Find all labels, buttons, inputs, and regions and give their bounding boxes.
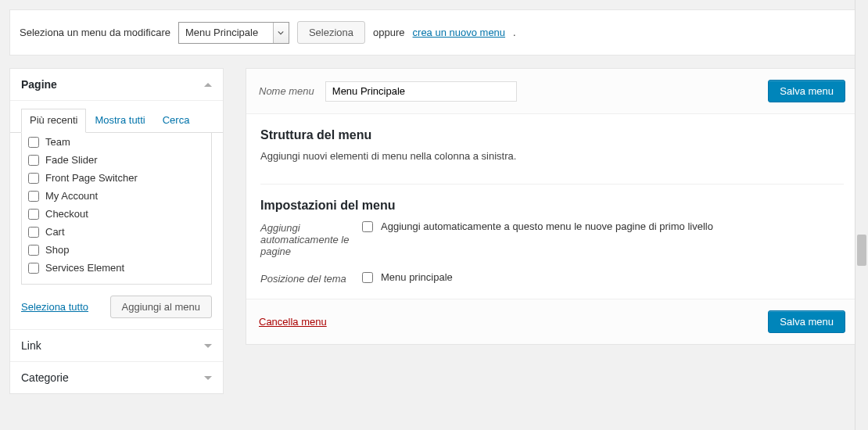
accordion-pagine-header[interactable]: Pagine	[10, 69, 223, 101]
scrollbar-thumb[interactable]	[857, 235, 866, 266]
save-menu-button-top[interactable]: Salva menu	[768, 80, 845, 102]
page-checkbox[interactable]	[28, 155, 39, 166]
list-item: Services Element	[22, 259, 211, 277]
list-item: Fade Slider	[22, 151, 211, 169]
page-checkbox[interactable]	[28, 191, 39, 202]
chevron-down-icon	[204, 344, 212, 348]
list-item: Front Page Switcher	[22, 169, 211, 187]
structure-title: Struttura del menu	[260, 128, 844, 142]
auto-add-checkbox[interactable]	[362, 221, 373, 232]
page-checkbox[interactable]	[28, 173, 39, 184]
accordion-link-header[interactable]: Link	[10, 329, 223, 361]
sidebar-accordions: Pagine Più recenti Mostra tutti Cerca Te…	[9, 68, 224, 394]
chevron-down-icon	[273, 23, 289, 43]
settings-title: Impostazioni del menu	[260, 199, 844, 213]
select-all-link[interactable]: Seleziona tutto	[21, 301, 88, 313]
page-label: Front Page Switcher	[45, 172, 138, 184]
list-item: Team	[22, 133, 211, 151]
list-item: My Account	[22, 187, 211, 205]
pagine-list[interactable]: Team Fade Slider Front Page Switcher My …	[21, 133, 212, 285]
tab-recent[interactable]: Più recenti	[21, 109, 86, 133]
add-to-menu-button[interactable]: Aggiungi al menu	[110, 296, 212, 318]
window-scrollbar[interactable]	[855, 0, 868, 430]
list-item: Cart	[22, 223, 211, 241]
location-row: Posizione del tema Menu principale	[260, 271, 844, 285]
create-new-menu-link[interactable]: crea un nuovo menu	[413, 27, 506, 38]
list-item: Checkout	[22, 205, 211, 223]
or-text: oppure	[373, 27, 404, 38]
menu-editor: Nome menu Salva menu Struttura del menu …	[246, 68, 859, 345]
dot: .	[513, 27, 516, 38]
location-checkbox[interactable]	[362, 272, 373, 283]
page-checkbox[interactable]	[28, 137, 39, 148]
accordion-pagine-title: Pagine	[21, 78, 57, 91]
page-label: Services Element	[45, 262, 124, 274]
auto-add-row: Aggiungi automaticamente le pagine Aggiu…	[260, 220, 844, 257]
structure-desc: Aggiungi nuovi elementi di menu nella co…	[260, 150, 844, 162]
accordion-categorie-header[interactable]: Categorie	[10, 361, 223, 393]
location-label: Posizione del tema	[260, 271, 362, 285]
location-option-label: Menu principale	[381, 271, 453, 283]
chevron-down-icon	[204, 376, 212, 380]
page-label: Shop	[45, 244, 69, 256]
page-label: Fade Slider	[45, 154, 97, 166]
accordion-link-title: Link	[21, 339, 41, 352]
editor-footer: Cancella menu Salva menu	[246, 299, 858, 344]
page-checkbox[interactable]	[28, 227, 39, 238]
menu-name-input[interactable]	[325, 81, 517, 102]
tab-show-all[interactable]: Mostra tutti	[86, 109, 153, 133]
page-checkbox[interactable]	[28, 245, 39, 256]
page-label: Checkout	[45, 208, 88, 220]
list-item: Shop	[22, 241, 211, 259]
page-checkbox[interactable]	[28, 263, 39, 274]
page-checkbox[interactable]	[28, 209, 39, 220]
auto-add-option-label: Aggiungi automaticamente a questo menu l…	[381, 220, 713, 232]
auto-add-label: Aggiungi automaticamente le pagine	[260, 220, 362, 257]
accordion-pagine-body: Più recenti Mostra tutti Cerca Team Fade…	[10, 101, 223, 329]
page-label: Cart	[45, 226, 65, 238]
save-menu-button-bottom[interactable]: Salva menu	[768, 310, 845, 333]
chevron-up-icon	[204, 83, 212, 87]
editor-header: Nome menu Salva menu	[246, 69, 858, 114]
delete-menu-link[interactable]: Cancella menu	[259, 316, 327, 328]
accordion-categorie-title: Categorie	[21, 371, 69, 384]
menu-dropdown[interactable]: Menu Principale	[178, 22, 289, 44]
menu-select-bar: Seleziona un menu da modificare Menu Pri…	[9, 9, 859, 56]
menu-name-label: Nome menu	[259, 85, 314, 97]
divider	[260, 184, 844, 185]
select-menu-label: Seleziona un menu da modificare	[20, 27, 170, 38]
page-label: Team	[45, 136, 70, 148]
pagine-tabs: Più recenti Mostra tutti Cerca	[10, 101, 223, 133]
tab-search[interactable]: Cerca	[154, 109, 199, 133]
page-label: My Account	[45, 190, 98, 202]
menu-dropdown-selected: Menu Principale	[179, 23, 273, 43]
select-button[interactable]: Seleziona	[297, 21, 365, 44]
